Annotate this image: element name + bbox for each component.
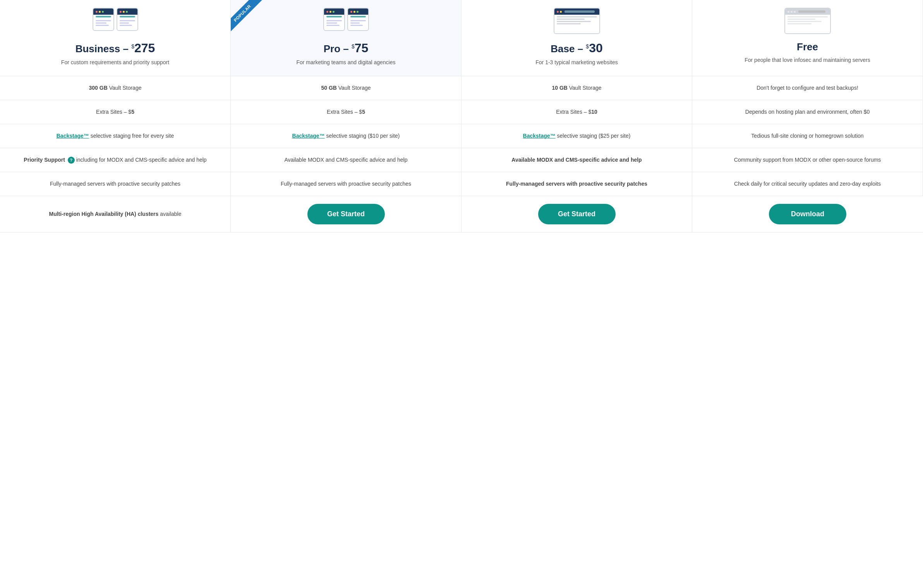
business-storage: 300 GB Vault Storage — [0, 76, 231, 100]
free-plan-title: Free — [698, 41, 916, 53]
base-cta[interactable]: Get Started — [462, 196, 692, 232]
plan-header-business: Business – $275 For custom requirements … — [0, 0, 231, 76]
pro-support: Available MODX and CMS-specific advice a… — [231, 148, 462, 172]
business-extra-sites: Extra Sites – $5 — [0, 100, 231, 124]
business-backstage: Backstage™ selective staging free for ev… — [0, 124, 231, 148]
business-security: Fully-managed servers with proactive sec… — [0, 172, 231, 196]
pro-backstage-link[interactable]: Backstage™ — [292, 133, 325, 139]
plan-header-base: Base – $30 For 1-3 typical marketing web… — [462, 0, 692, 76]
base-plan-title: Base – $30 — [468, 41, 686, 55]
free-security: Check daily for critical security update… — [692, 172, 923, 196]
free-browser-image — [784, 8, 831, 35]
base-storage: 10 GB Vault Storage — [462, 76, 692, 100]
pro-extra-sites: Extra Sites – $5 — [231, 100, 462, 124]
base-support: Available MODX and CMS-specific advice a… — [462, 148, 692, 172]
base-browser-image — [554, 8, 600, 35]
business-backstage-link[interactable]: Backstage™ — [57, 133, 89, 139]
business-plan-description: For custom requirements and priority sup… — [6, 58, 224, 67]
base-plan-description: For 1-3 typical marketing websites — [468, 58, 686, 67]
pro-plan-description: For marketing teams and digital agencies — [237, 58, 455, 67]
pro-get-started-button[interactable]: Get Started — [307, 204, 385, 224]
popular-ribbon-label: POPULAR — [231, 0, 262, 33]
free-backstage: Tedious full-site cloning or homegrown s… — [692, 124, 923, 148]
base-get-started-button[interactable]: Get Started — [538, 204, 616, 224]
free-download-button[interactable]: Download — [769, 204, 846, 224]
business-browser-image — [92, 8, 139, 35]
pro-backstage: Backstage™ selective staging ($10 per si… — [231, 124, 462, 148]
free-extra-sites: Depends on hosting plan and environment,… — [692, 100, 923, 124]
business-cta: Multi-region High Availability (HA) clus… — [0, 196, 231, 232]
priority-support-help-icon: ? — [68, 157, 75, 164]
pro-storage: 50 GB Vault Storage — [231, 76, 462, 100]
base-security: Fully-managed servers with proactive sec… — [462, 172, 692, 196]
business-support: Priority Support ? including for MODX an… — [0, 148, 231, 172]
plan-header-free: Free For people that love infosec and ma… — [692, 0, 923, 76]
pro-security: Fully-managed servers with proactive sec… — [231, 172, 462, 196]
base-backstage-link[interactable]: Backstage™ — [523, 133, 556, 139]
free-storage: Don't forget to configure and test backu… — [692, 76, 923, 100]
pro-plan-title: Pro – $75 — [237, 41, 455, 55]
business-plan-title: Business – $275 — [6, 41, 224, 55]
free-support: Community support from MODX or other ope… — [692, 148, 923, 172]
pricing-table: Business – $275 For custom requirements … — [0, 0, 923, 232]
pro-browser-image — [323, 8, 369, 35]
free-plan-description: For people that love infosec and maintai… — [698, 56, 916, 64]
pro-cta[interactable]: Get Started — [231, 196, 462, 232]
free-cta[interactable]: Download — [692, 196, 923, 232]
base-extra-sites: Extra Sites – $10 — [462, 100, 692, 124]
base-backstage: Backstage™ selective staging ($25 per si… — [462, 124, 692, 148]
plan-header-pro: POPULAR — [231, 0, 462, 76]
popular-badge: POPULAR — [231, 0, 266, 35]
